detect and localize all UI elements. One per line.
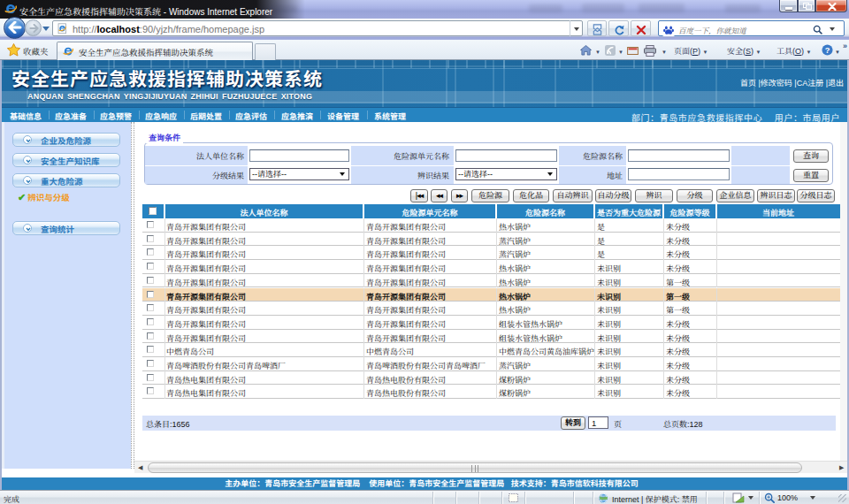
- svg-text:?: ?: [825, 46, 830, 55]
